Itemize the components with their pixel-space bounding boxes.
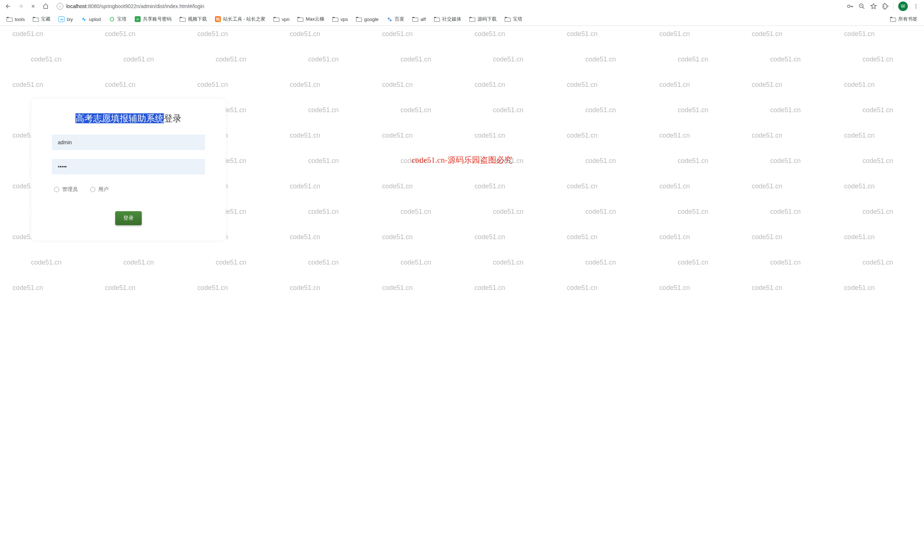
watermark-text: code51.cn xyxy=(474,81,505,89)
watermark-text: code51.cn xyxy=(844,183,874,190)
watermark-text: code51.cn xyxy=(585,106,616,114)
watermark-text: code51.cn xyxy=(862,55,893,63)
folder-icon xyxy=(7,17,12,22)
username-input[interactable] xyxy=(52,135,205,150)
watermark-text: code51.cn xyxy=(862,106,893,114)
bookmark-item[interactable]: ≡共享账号密码 xyxy=(132,14,174,24)
zoom-icon[interactable] xyxy=(858,3,866,10)
bookmark-label: 所有书签 xyxy=(898,16,917,22)
bookmark-star-icon[interactable] xyxy=(870,3,877,10)
bookmark-item[interactable]: vps xyxy=(330,15,350,24)
watermark-text: code51.cn xyxy=(474,30,505,38)
bookmark-item[interactable]: 视频下载 xyxy=(177,14,209,24)
watermark-text: code51.cn xyxy=(400,106,431,114)
role-radio-user[interactable]: 用户 xyxy=(90,186,109,193)
watermark-text: code51.cn xyxy=(474,233,505,241)
bookmark-item[interactable]: google xyxy=(354,15,381,24)
bookmark-label: Max云梯 xyxy=(306,16,324,22)
watermark-text: code51.cn xyxy=(31,259,62,267)
radio-label: 用户 xyxy=(98,186,109,193)
page-content: code51.cncode51.cncode51.cncode51.cncode… xyxy=(0,26,924,560)
bookmark-label: txy xyxy=(67,16,73,22)
watermark-text: code51.cn xyxy=(474,183,505,190)
bookmark-label: 宝藏 xyxy=(41,16,50,22)
watermark-text: code51.cn xyxy=(308,157,339,165)
watermark-text: code51.cn xyxy=(290,183,320,190)
watermark-text: code51.cn xyxy=(770,208,801,216)
svg-point-3 xyxy=(915,6,916,7)
watermark-text: code51.cn xyxy=(493,208,524,216)
watermark-text: code51.cn xyxy=(752,284,782,292)
bookmark-item[interactable]: tools xyxy=(4,15,27,24)
watermark-text: code51.cn xyxy=(862,259,893,267)
home-button[interactable] xyxy=(40,1,51,11)
divider xyxy=(894,3,894,10)
watermark-text: code51.cn xyxy=(585,259,616,267)
bookmark-item[interactable]: 🐾百度 xyxy=(384,14,406,24)
folder-icon xyxy=(505,17,511,22)
bookmark-item[interactable]: ⬡宝塔 xyxy=(107,14,129,24)
svg-point-0 xyxy=(848,5,850,8)
bookmark-item[interactable]: Max云梯 xyxy=(295,14,327,24)
watermark-text: code51.cn xyxy=(567,233,597,241)
watermark-text: code51.cn xyxy=(493,106,524,114)
watermark-text: code51.cn xyxy=(567,81,597,89)
watermark-text: code51.cn xyxy=(382,233,412,241)
watermark-text: code51.cn xyxy=(770,55,801,63)
watermark-text: code51.cn xyxy=(493,259,524,267)
watermark-text: code51.cn xyxy=(216,259,246,267)
url-text: localhost:8080/springboot9022n/admin/dis… xyxy=(66,3,204,9)
watermark-text: code51.cn xyxy=(308,259,339,267)
bookmark-item[interactable]: aff xyxy=(410,15,428,24)
login-button-wrap: 登录 xyxy=(52,211,205,225)
watermark-text: code51.cn xyxy=(400,259,431,267)
password-input[interactable] xyxy=(52,159,205,174)
bookmark-item[interactable]: 社交媒体 xyxy=(432,14,464,24)
login-button[interactable]: 登录 xyxy=(115,211,142,225)
bookmark-all[interactable]: 所有书签 xyxy=(888,14,920,24)
watermark-text: code51.cn xyxy=(308,208,339,216)
favicon-icon: ∞ xyxy=(58,16,64,22)
profile-avatar[interactable]: W xyxy=(898,1,908,11)
watermark-text: code51.cn xyxy=(844,233,874,241)
watermark-text: code51.cn xyxy=(308,106,339,114)
back-button[interactable] xyxy=(3,1,13,11)
watermark-text: code51.cn xyxy=(12,30,43,38)
password-key-icon[interactable] xyxy=(846,3,854,10)
favicon-icon: ⬡ xyxy=(109,16,115,22)
watermark-text: code51.cn xyxy=(216,55,246,63)
watermark-text: code51.cn xyxy=(382,183,412,190)
toolbar-row: i localhost:8080/springboot9022n/admin/d… xyxy=(0,0,924,12)
bookmark-item[interactable]: vpn xyxy=(271,15,291,24)
watermark-text: code51.cn xyxy=(678,106,708,114)
folder-icon xyxy=(332,17,338,22)
watermark-text: code51.cn xyxy=(382,284,412,292)
watermark-text: code51.cn xyxy=(290,30,320,38)
watermark-text: code51.cn xyxy=(659,81,690,89)
chrome-actions: W xyxy=(846,1,921,11)
bookmark-label: 宝塔 xyxy=(513,16,522,22)
watermark-text: code51.cn xyxy=(474,284,505,292)
watermark-text: code51.cn xyxy=(12,81,43,89)
favicon-icon: 站 xyxy=(215,16,221,22)
bookmark-label: tools xyxy=(15,16,25,22)
bookmark-item[interactable]: ∞txy xyxy=(56,15,75,24)
watermark-text: code51.cn xyxy=(678,157,708,165)
login-title-wrap: 高考志愿填报辅助系统登录 xyxy=(52,112,205,124)
role-radio-admin[interactable]: 管理员 xyxy=(54,186,78,193)
extensions-icon[interactable] xyxy=(882,3,889,10)
bookmark-item[interactable]: 宝藏 xyxy=(30,14,52,24)
bookmark-item[interactable]: 站站长工具 - 站长之家 xyxy=(213,14,268,24)
url-bar[interactable]: i localhost:8080/springboot9022n/admin/d… xyxy=(53,1,844,12)
radio-circle-icon xyxy=(54,187,59,192)
watermark-text: code51.cn xyxy=(197,30,228,38)
forward-button[interactable] xyxy=(15,1,26,11)
bookmark-label: 宝塔 xyxy=(117,16,127,22)
bookmark-item[interactable]: 宝塔 xyxy=(502,14,525,24)
menu-dots-icon[interactable] xyxy=(912,3,920,10)
stop-button[interactable] xyxy=(28,1,38,11)
watermark-text: code51.cn xyxy=(567,30,597,38)
bookmark-item[interactable]: ∿uplod xyxy=(79,15,103,24)
bookmark-item[interactable]: 源码下载 xyxy=(467,14,499,24)
watermark-text: code51.cn xyxy=(659,132,690,139)
